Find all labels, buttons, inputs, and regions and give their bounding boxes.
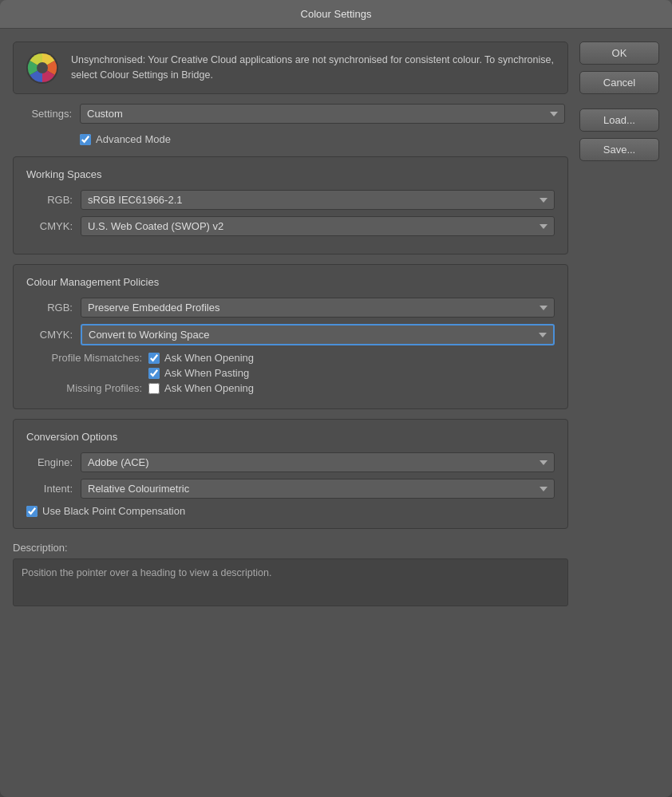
missing-profiles-label: Missing Profiles:	[26, 382, 142, 394]
description-section: Description: Position the pointer over a…	[13, 542, 568, 606]
intent-row: Intent: Relative Colourimetric	[26, 479, 555, 499]
engine-label: Engine:	[26, 456, 73, 468]
working-spaces-panel: Working Spaces RGB: sRGB IEC61966-2.1 CM…	[13, 156, 568, 254]
color-wheel-icon	[25, 50, 60, 85]
cmyk-policy-row: CMYK: Convert to Working Space	[26, 324, 555, 345]
settings-label: Settings:	[16, 108, 72, 120]
ok-button[interactable]: OK	[579, 41, 659, 65]
info-text: Unsynchronised: Your Creative Cloud appl…	[71, 53, 556, 83]
advanced-mode-label: Advanced Mode	[96, 133, 171, 145]
cmyk-policy-select[interactable]: Convert to Working Space	[81, 324, 555, 345]
cmyk-working-row: CMYK: U.S. Web Coated (SWOP) v2	[26, 216, 555, 236]
engine-select[interactable]: Adobe (ACE)	[81, 452, 555, 472]
missing-profiles-row: Missing Profiles: Ask When Opening	[26, 382, 555, 394]
profile-mismatches-label: Profile Mismatches:	[26, 352, 142, 364]
conversion-options-panel: Conversion Options Engine: Adobe (ACE) I…	[13, 419, 568, 529]
conversion-options-title: Conversion Options	[26, 431, 555, 443]
rgb-policy-row: RGB: Preserve Embedded Profiles	[26, 298, 555, 318]
rgb-working-label: RGB:	[26, 194, 73, 206]
colour-management-panel: Colour Management Policies RGB: Preserve…	[13, 264, 568, 409]
profile-mismatches-row: Profile Mismatches: Ask When Opening	[26, 352, 555, 364]
info-banner: Unsynchronised: Your Creative Cloud appl…	[13, 41, 568, 94]
cmyk-policy-label: CMYK:	[26, 329, 73, 341]
dialog-title: Colour Settings	[301, 8, 372, 20]
missing-ask-when-opening-label: Ask When Opening	[164, 382, 254, 394]
description-box: Position the pointer over a heading to v…	[13, 558, 568, 606]
cancel-button[interactable]: Cancel	[579, 71, 659, 94]
title-bar: Colour Settings	[0, 0, 672, 29]
side-buttons: OK Cancel Load... Save...	[579, 41, 659, 784]
colour-management-title: Colour Management Policies	[26, 276, 555, 288]
black-point-label: Use Black Point Compensation	[42, 505, 185, 517]
advanced-mode-checkbox[interactable]	[80, 134, 91, 145]
intent-label: Intent:	[26, 483, 73, 495]
ask-when-opening-group: Ask When Opening	[148, 352, 254, 364]
svg-point-1	[37, 62, 48, 73]
advanced-mode-row: Advanced Mode	[80, 133, 568, 145]
colour-settings-dialog: Colour Settings Unsynchronised: Your Cre…	[0, 0, 672, 797]
load-button[interactable]: Load...	[579, 109, 659, 132]
ask-when-pasting-label: Ask When Pasting	[164, 367, 249, 379]
cmyk-working-select[interactable]: U.S. Web Coated (SWOP) v2	[81, 216, 555, 236]
rgb-working-select[interactable]: sRGB IEC61966-2.1	[81, 190, 555, 210]
ask-when-pasting-checkbox[interactable]	[148, 368, 160, 379]
description-title: Description:	[13, 542, 568, 554]
working-spaces-title: Working Spaces	[26, 168, 555, 180]
main-content: Unsynchronised: Your Creative Cloud appl…	[13, 41, 568, 784]
black-point-row: Use Black Point Compensation	[26, 505, 555, 517]
black-point-checkbox[interactable]	[26, 506, 38, 517]
description-placeholder: Position the pointer over a heading to v…	[22, 567, 271, 578]
missing-ask-when-opening-checkbox[interactable]	[148, 383, 160, 394]
settings-select[interactable]: Custom	[80, 104, 565, 124]
settings-row: Settings: Custom	[13, 104, 568, 124]
ask-when-opening-label: Ask When Opening	[164, 352, 254, 364]
ask-when-opening-checkbox[interactable]	[148, 353, 160, 364]
missing-ask-when-opening-group: Ask When Opening	[148, 382, 254, 394]
ask-when-pasting-row: Ask When Pasting	[26, 367, 555, 379]
rgb-policy-select[interactable]: Preserve Embedded Profiles	[81, 298, 555, 318]
engine-row: Engine: Adobe (ACE)	[26, 452, 555, 472]
rgb-policy-label: RGB:	[26, 302, 73, 314]
cmyk-working-label: CMYK:	[26, 220, 73, 232]
intent-select[interactable]: Relative Colourimetric	[81, 479, 555, 499]
ask-when-pasting-group: Ask When Pasting	[148, 367, 249, 379]
save-button[interactable]: Save...	[579, 138, 659, 161]
rgb-working-row: RGB: sRGB IEC61966-2.1	[26, 190, 555, 210]
